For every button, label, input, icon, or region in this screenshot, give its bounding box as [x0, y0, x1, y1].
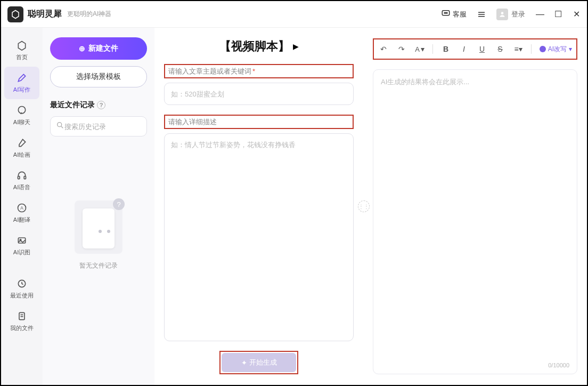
- svg-rect-11: [18, 176, 20, 179]
- app-title: 聪明灵犀: [28, 9, 62, 20]
- ai-icon: [540, 46, 546, 52]
- search-input[interactable]: [64, 123, 154, 131]
- strike-button[interactable]: S: [495, 44, 505, 54]
- chat-bubble-icon: [16, 104, 28, 116]
- app-logo: [7, 6, 23, 22]
- svg-point-3: [445, 13, 446, 14]
- bold-button[interactable]: B: [440, 44, 451, 54]
- recent-files-title: 最近文件记录 ?: [50, 100, 147, 110]
- window-controls: — ☐ ✕: [536, 10, 581, 19]
- generate-button-highlight: ✦ 开始生成: [219, 351, 298, 374]
- file-icon: [16, 310, 28, 322]
- topic-input[interactable]: [164, 83, 354, 105]
- avatar-icon: [496, 9, 508, 20]
- field2-label-highlight: 请输入详细描述: [164, 115, 354, 129]
- toolbar-highlight: ↶ ↷ A▾ B I U S ≡▾ AI改写 ▾: [373, 38, 577, 60]
- svg-point-21: [58, 123, 62, 127]
- ai-rewrite-button[interactable]: AI改写 ▾: [540, 45, 572, 54]
- svg-point-8: [501, 12, 504, 14]
- undo-button[interactable]: ↶: [378, 44, 389, 54]
- svg-marker-9: [18, 42, 25, 51]
- app-subtitle: 更聪明的AI神器: [67, 10, 111, 19]
- sidebar-item-translate[interactable]: A AI翻译: [1, 197, 43, 229]
- char-count: 0/10000: [548, 362, 569, 368]
- svg-point-10: [18, 107, 25, 114]
- svg-point-4: [447, 13, 448, 14]
- svg-marker-0: [12, 10, 19, 18]
- sidebar-item-paint[interactable]: AI绘画: [1, 132, 43, 164]
- page-title: 【视频脚本】: [219, 38, 290, 54]
- sidebar-item-chat[interactable]: AI聊天: [1, 99, 43, 132]
- text-color-button[interactable]: A▾: [414, 44, 425, 54]
- menu-button[interactable]: [475, 8, 488, 21]
- sidebar-item-voice[interactable]: AI语音: [1, 164, 43, 197]
- pen-icon: [16, 72, 28, 84]
- customer-service-button[interactable]: 客服: [441, 9, 467, 20]
- sidebar-item-home[interactable]: 首页: [1, 34, 43, 67]
- minimize-button[interactable]: —: [536, 10, 544, 19]
- field1-label-highlight: 请输入文章主题或者关键词*: [164, 64, 354, 78]
- sidebar-item-recent[interactable]: 最近使用: [1, 272, 43, 305]
- sparkle-icon: ✦: [241, 359, 247, 367]
- search-box[interactable]: [50, 116, 147, 136]
- svg-point-2: [444, 13, 445, 14]
- redo-button[interactable]: ↷: [396, 44, 407, 54]
- description-textarea[interactable]: [164, 133, 354, 341]
- output-textarea[interactable]: AI生成的结果将会在此展示... 0/10000: [373, 69, 577, 374]
- login-button[interactable]: 登录: [496, 9, 525, 20]
- select-template-button[interactable]: 选择场景模板: [50, 66, 147, 87]
- headphones-icon: [16, 170, 28, 181]
- plus-icon: ⊕: [79, 44, 85, 53]
- close-button[interactable]: ✕: [572, 10, 581, 19]
- panel-resize-handle[interactable]: ⋮⋮: [358, 200, 370, 212]
- sidebar: 首页 AI写作 AI聊天 AI绘画 AI语音 A AI翻译 AI识图: [1, 28, 43, 385]
- main-form: 【视频脚本】 ▶ 请输入文章主题或者关键词* 请输入详细描述 ✦ 开始生成 ⋮⋮: [154, 28, 363, 385]
- brush-icon: [16, 137, 28, 149]
- align-button[interactable]: ≡▾: [513, 44, 524, 54]
- output-panel: ↶ ↷ A▾ B I U S ≡▾ AI改写 ▾ AI生成的结果将会在此展示..…: [363, 28, 587, 385]
- underline-button[interactable]: U: [477, 44, 487, 54]
- file-panel: ⊕ 新建文件 选择场景模板 最近文件记录 ? ? 暂无文件记录: [43, 28, 154, 385]
- home-icon: [16, 39, 28, 51]
- chevron-down-icon: ▾: [569, 45, 572, 53]
- sidebar-item-vision[interactable]: AI识图: [1, 229, 43, 262]
- clock-icon: [16, 278, 28, 290]
- sidebar-item-myfiles[interactable]: 我的文件: [1, 305, 43, 337]
- svg-text:A: A: [20, 205, 23, 211]
- empty-illustration: ?: [75, 200, 123, 254]
- header: 聪明灵犀 更聪明的AI神器 客服 登录 — ☐ ✕: [1, 1, 587, 28]
- new-file-button[interactable]: ⊕ 新建文件: [50, 37, 147, 60]
- play-icon[interactable]: ▶: [293, 42, 299, 51]
- svg-rect-12: [24, 176, 26, 179]
- translate-icon: A: [16, 202, 28, 214]
- help-icon[interactable]: ?: [97, 101, 105, 109]
- maximize-button[interactable]: ☐: [554, 10, 562, 19]
- svg-line-22: [61, 126, 63, 128]
- search-icon: [56, 121, 64, 132]
- generate-button[interactable]: ✦ 开始生成: [222, 353, 296, 372]
- image-icon: [16, 235, 28, 246]
- chat-icon: [441, 9, 451, 20]
- italic-button[interactable]: I: [459, 44, 469, 54]
- sidebar-item-write[interactable]: AI写作: [4, 67, 39, 99]
- empty-state: ? 暂无文件记录: [50, 200, 147, 270]
